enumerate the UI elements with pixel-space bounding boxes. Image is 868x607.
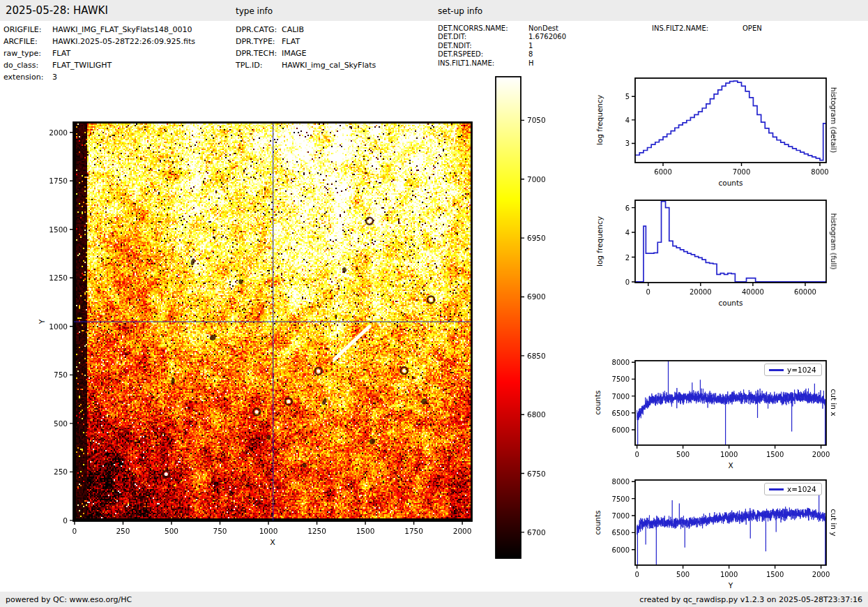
y-tick-label: 250 — [54, 467, 68, 476]
colorbar-tick-label: 7050 — [527, 116, 546, 124]
footer-powered-by: powered by QC: www.eso.org/HC — [6, 595, 132, 604]
colorbar-tick-label: 6800 — [527, 410, 546, 419]
histogram-detail-plot — [628, 71, 833, 170]
x-tick-label: 1000 — [259, 527, 278, 535]
histogram-full-xaxis-label: counts — [718, 299, 743, 307]
y-tick-label: 7000 — [612, 392, 630, 400]
info-label: DPR.CATG: — [236, 25, 277, 34]
x-tick-label: 2000 — [453, 527, 472, 535]
y-tick-label: 500 — [54, 419, 68, 428]
x-tick-label: 250 — [116, 527, 130, 535]
info-value: 8 — [528, 50, 533, 58]
x-tick-label: 1000 — [720, 451, 738, 458]
y-tick-label: 4 — [625, 116, 630, 123]
x-tick-label: 750 — [213, 527, 227, 535]
info-label: ARCFILE: — [3, 37, 38, 46]
y-tick-label: 3 — [625, 140, 630, 147]
info-label: extension: — [3, 73, 43, 82]
info-value: H — [528, 59, 534, 67]
colorbar-tick-label: 6850 — [527, 352, 546, 360]
flat-field-image-plot — [66, 115, 479, 528]
info-value: OPEN — [743, 24, 762, 32]
y-tick-label: 6500 — [612, 529, 630, 537]
cut-in-y-title: cut in y — [830, 509, 838, 536]
cut-in-x-xaxis-label: X — [728, 461, 733, 470]
x-tick-label: 0 — [634, 571, 639, 578]
histogram-detail-title: histogram (detail) — [830, 87, 838, 153]
cut-in-x-title: cut in x — [830, 389, 838, 416]
info-value: CALIB — [282, 25, 304, 34]
info-label: DET.DIT: — [438, 33, 466, 40]
info-value: IMAGE — [282, 49, 307, 58]
info-label: DPR.TYPE: — [236, 37, 275, 46]
x-tick-label: 1750 — [404, 527, 423, 535]
info-label: ORIGFILE: — [3, 25, 41, 34]
x-tick-label: 1500 — [766, 571, 784, 578]
y-tick-label: 4 — [625, 229, 630, 237]
y-tick-label: 7500 — [612, 375, 630, 383]
x-tick-label: 60000 — [794, 288, 816, 296]
y-tick-label: 1500 — [49, 225, 68, 234]
histogram-detail-xaxis-label: counts — [718, 179, 743, 187]
x-tick-label: 1250 — [307, 527, 326, 535]
x-tick-label: 2000 — [812, 571, 830, 578]
legend-line-sample — [769, 369, 784, 371]
page-title: 2025-05-28: HAWKI — [6, 4, 108, 17]
y-tick-label: 2 — [625, 253, 630, 261]
info-label: raw_type: — [3, 49, 41, 58]
colorbar-tick-label: 6750 — [527, 470, 546, 478]
info-value: FLAT_TWILIGHT — [52, 61, 112, 70]
cut-in-x-legend: y=1024 — [764, 364, 822, 376]
info-label: INS.FILT1.NAME: — [438, 59, 494, 67]
histogram-full-plot — [628, 193, 833, 290]
x-tick-label: 8000 — [811, 168, 828, 176]
cut-in-y-xaxis-label: Y — [729, 581, 733, 590]
x-tick-label: 1000 — [720, 571, 738, 578]
setup-info-heading: set-up info — [438, 6, 482, 16]
info-label: TPL.ID: — [236, 61, 262, 70]
info-label: DET.NDIT: — [438, 42, 472, 50]
info-label: DET.RSPEED: — [438, 50, 483, 58]
y-tick-label: 2000 — [49, 128, 68, 137]
info-label: INS.FILT2.NAME: — [652, 24, 708, 32]
histogram-detail-yaxis-label: log frequency — [595, 95, 604, 145]
type-info-heading: type info — [236, 6, 273, 16]
info-value: FLAT — [52, 49, 70, 58]
cut-in-y-legend: x=1024 — [764, 483, 822, 495]
y-tick-label: 1750 — [49, 177, 68, 185]
main-xaxis-label: X — [270, 538, 275, 547]
y-tick-label: 8000 — [612, 359, 630, 366]
colorbar-tick-label: 6700 — [527, 528, 546, 537]
y-tick-label: 5 — [625, 93, 630, 100]
info-value: HAWKI_img_cal_SkyFlats — [282, 61, 376, 70]
info-label: DET.NCORRS.NAME: — [438, 24, 508, 32]
footer-created-by: created by qc_rawdisp.py v1.2.3 on 2025-… — [639, 595, 862, 604]
colorbar — [489, 70, 528, 565]
x-tick-label: 40000 — [742, 288, 764, 296]
x-tick-label: 7000 — [733, 168, 750, 176]
x-tick-label: 1500 — [766, 451, 784, 458]
x-tick-label: 0 — [73, 527, 77, 535]
info-label: DPR.TECH: — [236, 49, 277, 58]
y-tick-label: 750 — [54, 370, 68, 379]
info-value: HAWKI_IMG_FLAT_SkyFlats148_0010 — [52, 25, 192, 34]
info-value: NonDest — [528, 24, 558, 32]
x-tick-label: 500 — [676, 571, 690, 578]
y-tick-label: 1250 — [49, 273, 68, 282]
x-tick-label: 500 — [676, 451, 690, 458]
info-value: FLAT — [282, 37, 300, 46]
y-tick-label: 8000 — [612, 478, 630, 486]
info-value: 1 — [528, 42, 533, 50]
y-tick-label: 7000 — [612, 511, 630, 519]
y-tick-label: 6000 — [612, 546, 630, 553]
info-label: do_class: — [3, 61, 38, 70]
y-tick-label: 0 — [625, 278, 630, 285]
x-tick-label: 6000 — [654, 168, 671, 176]
x-tick-label: 500 — [165, 527, 178, 535]
y-tick-label: 6 — [625, 204, 630, 211]
info-value: 1.6762060 — [528, 33, 566, 40]
x-tick-label: 20000 — [690, 288, 712, 296]
histogram-full-title: histogram (full) — [830, 213, 838, 270]
y-tick-label: 6500 — [612, 409, 630, 417]
y-tick-label: 0 — [63, 516, 68, 525]
